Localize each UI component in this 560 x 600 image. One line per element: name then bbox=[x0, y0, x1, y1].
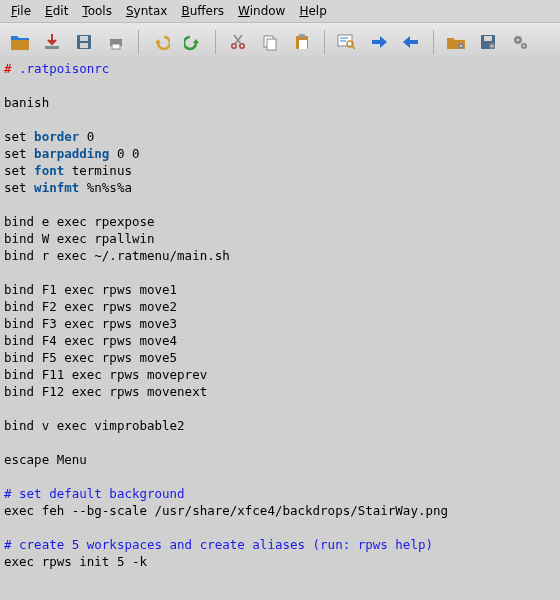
download-button[interactable] bbox=[37, 27, 67, 57]
prev-button[interactable] bbox=[396, 27, 426, 57]
toolbar-separator bbox=[433, 30, 434, 54]
code-text: barpadding bbox=[34, 146, 109, 161]
find-replace-icon bbox=[337, 33, 357, 51]
code-text: bind F3 exec rpws move3 bbox=[4, 316, 177, 331]
code-text: winfmt bbox=[34, 180, 79, 195]
menu-buffers[interactable]: Buffers bbox=[174, 2, 231, 20]
svg-rect-3 bbox=[80, 43, 88, 48]
find-replace-button[interactable] bbox=[332, 27, 362, 57]
toolbar bbox=[0, 23, 560, 62]
code-text: bind W exec rpallwin bbox=[4, 231, 155, 246]
svg-rect-19 bbox=[484, 36, 492, 41]
code-text: set bbox=[4, 129, 34, 144]
code-text: exec rpws init 5 -k bbox=[4, 554, 147, 569]
arrow-left-icon bbox=[402, 33, 420, 51]
menu-window[interactable]: Window bbox=[231, 2, 292, 20]
menu-syntax[interactable]: Syntax bbox=[119, 2, 175, 20]
code-text: bind e exec rpexpose bbox=[4, 214, 155, 229]
cut-button[interactable] bbox=[223, 27, 253, 57]
next-button[interactable] bbox=[364, 27, 394, 57]
code-text: set bbox=[4, 180, 34, 195]
redo-button[interactable] bbox=[178, 27, 208, 57]
svg-point-7 bbox=[232, 44, 236, 48]
code-text: bind F5 exec rpws move5 bbox=[4, 350, 177, 365]
code-text: bind F12 exec rpws movenext bbox=[4, 384, 207, 399]
code-text: .ratpoisonrc bbox=[12, 61, 110, 76]
svg-rect-5 bbox=[112, 35, 120, 39]
code-text: bind F11 exec rpws moveprev bbox=[4, 367, 207, 382]
toolbar-separator bbox=[215, 30, 216, 54]
svg-point-8 bbox=[240, 44, 244, 48]
code-text: # set default background bbox=[4, 486, 185, 501]
code-text: bind F2 exec rpws move2 bbox=[4, 299, 177, 314]
svg-point-23 bbox=[517, 39, 520, 42]
save-session-button[interactable] bbox=[473, 27, 503, 57]
code-text: terminus bbox=[64, 163, 132, 178]
code-text: # create 5 workspaces and create aliases… bbox=[4, 537, 433, 552]
code-text: bind F4 exec rpws move4 bbox=[4, 333, 177, 348]
menu-help[interactable]: Help bbox=[292, 2, 333, 20]
code-text: escape Menu bbox=[4, 452, 87, 467]
svg-point-21 bbox=[491, 45, 493, 47]
undo-icon bbox=[152, 33, 170, 51]
code-text: bind r exec ~/.ratmenu/main.sh bbox=[4, 248, 230, 263]
copy-icon bbox=[261, 33, 279, 51]
open-button[interactable] bbox=[5, 27, 35, 57]
svg-rect-0 bbox=[45, 46, 59, 49]
svg-point-25 bbox=[523, 45, 525, 47]
svg-rect-10 bbox=[267, 39, 276, 50]
arrow-right-icon bbox=[370, 33, 388, 51]
copy-button[interactable] bbox=[255, 27, 285, 57]
print-icon bbox=[107, 33, 125, 51]
code-text: 0 bbox=[79, 129, 94, 144]
code-text: font bbox=[34, 163, 64, 178]
code-text: %n%s%a bbox=[79, 180, 132, 195]
download-icon bbox=[43, 33, 61, 51]
save-gear-icon bbox=[479, 33, 497, 51]
print-button[interactable] bbox=[101, 27, 131, 57]
code-text: bind v exec vimprobable2 bbox=[4, 418, 185, 433]
open-icon bbox=[10, 33, 30, 51]
editor-area[interactable]: # .ratpoisonrc banish set border 0 set b… bbox=[0, 58, 560, 600]
code-text: exec feh --bg-scale /usr/share/xfce4/bac… bbox=[4, 503, 448, 518]
svg-rect-12 bbox=[299, 34, 305, 38]
code-text: border bbox=[34, 129, 79, 144]
folder-gear-icon bbox=[446, 33, 466, 51]
paste-icon bbox=[293, 33, 311, 51]
open-session-button[interactable] bbox=[441, 27, 471, 57]
code-text: # bbox=[4, 61, 12, 76]
code-text: 0 0 bbox=[109, 146, 139, 161]
menu-bar: File Edit Tools Syntax Buffers Window He… bbox=[0, 0, 560, 23]
redo-icon bbox=[184, 33, 202, 51]
gears-icon bbox=[511, 33, 529, 51]
save-icon bbox=[75, 33, 93, 51]
code-text: banish bbox=[4, 95, 49, 110]
menu-file[interactable]: File bbox=[4, 2, 38, 20]
menu-edit[interactable]: Edit bbox=[38, 2, 75, 20]
svg-point-17 bbox=[460, 45, 462, 47]
code-text: set bbox=[4, 146, 34, 161]
toolbar-separator bbox=[138, 30, 139, 54]
paste-button[interactable] bbox=[287, 27, 317, 57]
toolbar-separator bbox=[324, 30, 325, 54]
cut-icon bbox=[229, 33, 247, 51]
svg-rect-13 bbox=[299, 40, 307, 49]
code-text: bind F1 exec rpws move1 bbox=[4, 282, 177, 297]
svg-rect-2 bbox=[80, 36, 88, 41]
settings-button[interactable] bbox=[505, 27, 535, 57]
code-text: set bbox=[4, 163, 34, 178]
svg-rect-6 bbox=[112, 44, 120, 49]
save-button[interactable] bbox=[69, 27, 99, 57]
undo-button[interactable] bbox=[146, 27, 176, 57]
menu-tools[interactable]: Tools bbox=[75, 2, 119, 20]
